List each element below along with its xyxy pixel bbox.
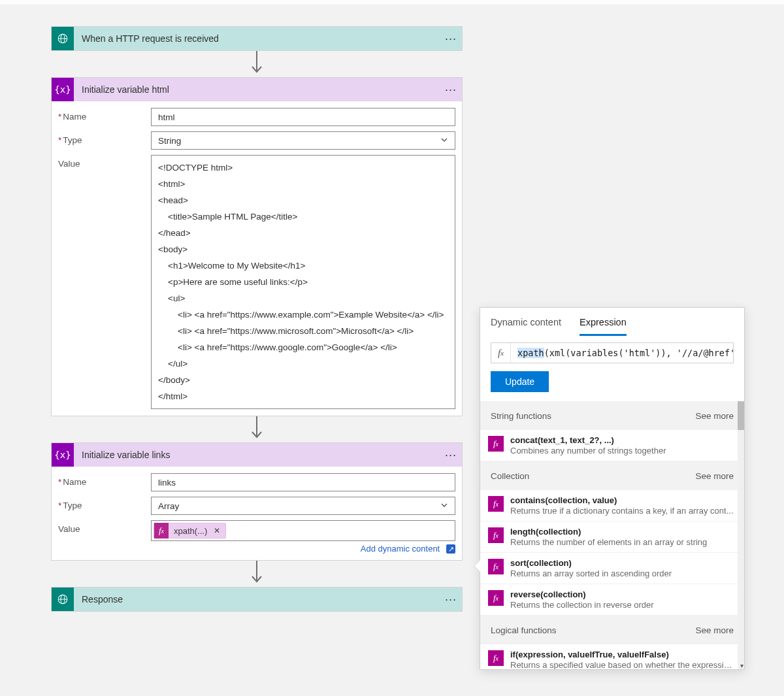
variable-icon: {x} (52, 78, 74, 101)
init-var-links-body: *Name *Type Array (52, 467, 462, 560)
svg-point-6 (58, 595, 67, 605)
expression-panel: Dynamic content Expression fx xpath(xml(… (480, 307, 745, 670)
value-label: Value (58, 520, 151, 554)
connector-arrow (51, 416, 463, 442)
section-title: Logical functions (491, 625, 557, 635)
chevron-down-icon (440, 501, 448, 511)
see-more-link[interactable]: See more (695, 625, 734, 635)
name-input[interactable] (151, 473, 455, 491)
section-title: Collection (491, 471, 529, 481)
plus-icon: ↗ (446, 544, 455, 554)
response-menu-button[interactable]: ··· (440, 593, 462, 606)
fx-icon: fx (488, 559, 504, 574)
token-label: xpath(...) (174, 526, 207, 536)
function-item[interactable]: fxif(expression, valueIfTrue, valueIfFal… (480, 644, 744, 669)
fx-icon: fx (154, 523, 169, 539)
fx-icon: fx (488, 650, 504, 666)
value-token-input[interactable]: fx xpath(...) ✕ (151, 520, 455, 541)
function-name: length(collection) (510, 527, 736, 537)
function-name: sort(collection) (510, 558, 736, 568)
type-select[interactable]: Array (151, 497, 455, 515)
function-name: reverse(collection) (510, 589, 736, 599)
init-variable-links-step[interactable]: {x} Initialize variable links ··· *Name … (51, 442, 463, 561)
designer-canvas: When a HTTP request is received ··· {x} … (0, 5, 784, 696)
function-name: contains(collection, value) (510, 495, 736, 505)
expression-input-row: fx xpath(xml(variables('html')), '//a/@h… (491, 342, 734, 363)
panel-caret (474, 560, 480, 572)
response-title: Response (74, 594, 440, 605)
type-value: Array (158, 501, 179, 511)
http-icon (52, 588, 74, 611)
function-description: Returns true if a dictionary contains a … (510, 506, 736, 516)
svg-point-7 (61, 595, 65, 605)
trigger-step[interactable]: When a HTTP request is received ··· (51, 26, 463, 51)
see-more-link[interactable]: See more (695, 471, 734, 481)
function-description: Combines any number of strings together (510, 446, 736, 456)
function-description: Returns a specified value based on wheth… (510, 660, 736, 669)
connector-arrow (51, 561, 463, 587)
value-label: Value (58, 155, 151, 409)
function-item[interactable]: fxcontains(collection, value)Returns tru… (480, 490, 744, 522)
expression-highlight: xpath (517, 348, 544, 358)
panel-tabs: Dynamic content Expression (480, 308, 744, 336)
function-section-header: Logical functionsSee more (480, 616, 744, 644)
add-dynamic-content-link[interactable]: Add dynamic content (361, 544, 440, 554)
fx-icon: fx (491, 343, 511, 363)
chevron-down-icon (440, 136, 448, 146)
name-label: *Name (58, 473, 151, 491)
top-header-spacer (0, 0, 784, 5)
init-var-html-menu-button[interactable]: ··· (440, 83, 462, 97)
init-var-links-header[interactable]: {x} Initialize variable links ··· (52, 443, 462, 467)
init-variable-html-step[interactable]: {x} Initialize variable html ··· *Name *… (51, 77, 463, 416)
fx-icon: fx (488, 436, 504, 452)
tab-dynamic-content[interactable]: Dynamic content (491, 317, 561, 336)
init-var-links-menu-button[interactable]: ··· (440, 448, 462, 462)
fx-icon: fx (488, 496, 504, 512)
fx-icon: fx (488, 590, 504, 606)
function-description: Returns the number of elements in an arr… (510, 537, 736, 547)
function-list: String functionsSee morefxconcat(text_1,… (480, 401, 744, 669)
expression-token[interactable]: fx xpath(...) ✕ (154, 523, 226, 539)
svg-point-0 (58, 34, 67, 43)
init-var-html-title: Initialize variable html (74, 84, 440, 95)
init-var-html-body: *Name *Type String (52, 101, 462, 416)
flow-column: When a HTTP request is received ··· {x} … (51, 26, 463, 612)
function-description: Returns the collection in reverse order (510, 600, 736, 610)
function-item[interactable]: fxreverse(collection)Returns the collect… (480, 584, 744, 616)
trigger-title: When a HTTP request is received (74, 33, 440, 44)
name-input[interactable] (151, 108, 455, 126)
trigger-header[interactable]: When a HTTP request is received ··· (52, 27, 462, 50)
value-textarea[interactable]: <!DOCTYPE html> <html> <head> <title>Sam… (151, 155, 455, 409)
type-label: *Type (58, 131, 151, 150)
function-item[interactable]: fxsort(collection)Returns an array sorte… (480, 553, 744, 584)
function-description: Returns an array sorted in ascending ord… (510, 569, 736, 578)
scrollbar-thumb[interactable] (738, 401, 744, 430)
function-item[interactable]: fxconcat(text_1, text_2?, ...)Combines a… (480, 430, 744, 461)
tab-expression[interactable]: Expression (580, 317, 627, 336)
function-name: concat(text_1, text_2?, ...) (510, 435, 736, 445)
chevron-down-icon: ▾ (740, 662, 743, 669)
expression-input[interactable]: xpath(xml(variables('html')), '//a/@href… (511, 343, 733, 363)
function-item[interactable]: fxlength(collection)Returns the number o… (480, 522, 744, 553)
expression-rest: (xml(variables('html')), '//a/@href' (544, 348, 733, 358)
panel-scrollbar[interactable]: ▾ (738, 401, 744, 669)
fx-icon: fx (488, 527, 504, 543)
name-label: *Name (58, 108, 151, 126)
see-more-link[interactable]: See more (695, 411, 734, 421)
init-var-html-header[interactable]: {x} Initialize variable html ··· (52, 78, 462, 101)
function-section-header: CollectionSee more (480, 461, 744, 490)
response-step[interactable]: Response ··· (51, 587, 463, 612)
type-value: String (158, 136, 181, 146)
connector-arrow (51, 51, 463, 77)
section-title: String functions (491, 411, 551, 421)
token-remove-button[interactable]: ✕ (214, 526, 220, 535)
function-section-header: String functionsSee more (480, 401, 744, 430)
update-button[interactable]: Update (491, 371, 549, 392)
function-name: if(expression, valueIfTrue, valueIfFalse… (510, 650, 736, 659)
type-select[interactable]: String (151, 131, 455, 150)
trigger-menu-button[interactable]: ··· (440, 32, 462, 46)
type-label: *Type (58, 497, 151, 515)
response-header[interactable]: Response ··· (52, 588, 462, 611)
svg-point-1 (61, 34, 65, 43)
init-var-links-title: Initialize variable links (74, 450, 440, 460)
